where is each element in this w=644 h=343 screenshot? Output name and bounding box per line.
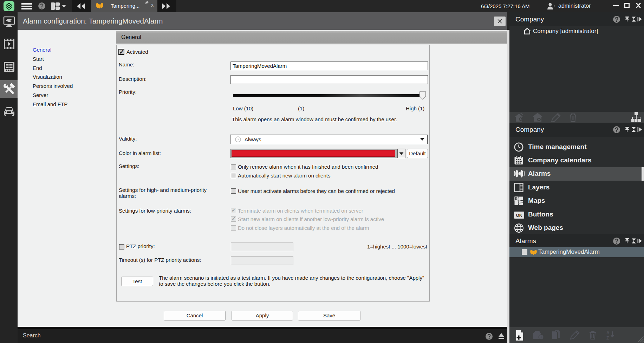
svg-text:OK: OK <box>516 213 522 218</box>
svg-text:Z: Z <box>606 336 609 340</box>
svg-text:A: A <box>606 330 610 335</box>
